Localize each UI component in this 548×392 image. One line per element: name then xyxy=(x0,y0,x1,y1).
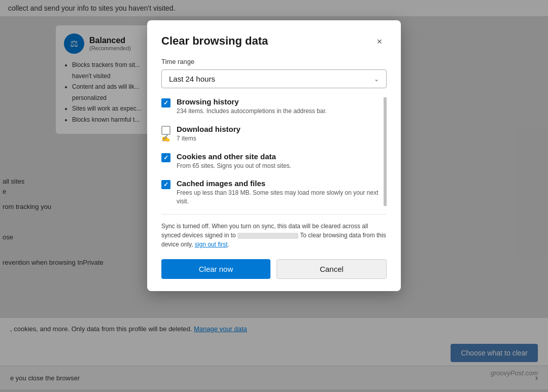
cached-images-title: Cached images and files xyxy=(177,179,382,188)
sign-out-first-link[interactable]: sign out first xyxy=(195,241,228,248)
download-history-title: Download history xyxy=(177,125,382,133)
checkmark-icon: ✓ xyxy=(163,181,168,188)
modal-actions: Clear now Cancel xyxy=(161,259,387,279)
time-range-value: Last 24 hours xyxy=(169,75,215,83)
time-range-dropdown[interactable]: Last 24 hours ⌄ xyxy=(161,69,387,88)
browsing-history-desc: 234 items. Includes autocompletions in t… xyxy=(177,107,382,116)
download-history-checkbox[interactable]: ✍ xyxy=(161,126,170,135)
checkmark-icon: ✓ xyxy=(163,154,168,161)
browsing-history-text: Browsing history 234 items. Includes aut… xyxy=(177,97,382,116)
modal-header: Clear browsing data × xyxy=(161,34,387,49)
hand-cursor-icon: ✍ xyxy=(161,134,170,143)
cookies-desc: From 65 sites. Signs you out of most sit… xyxy=(177,162,382,170)
modal-title: Clear browsing data xyxy=(161,34,268,48)
cached-images-text: Cached images and files Frees up less th… xyxy=(177,179,382,206)
cached-images-item: ✓ Cached images and files Frees up less … xyxy=(161,179,382,206)
cookies-checkbox[interactable]: ✓ xyxy=(161,153,170,162)
time-range-label: Time range xyxy=(161,58,387,65)
modal-close-button[interactable]: × xyxy=(372,34,387,49)
browsing-history-checkbox[interactable]: ✓ xyxy=(161,98,170,108)
clear-now-button[interactable]: Clear now xyxy=(161,259,270,279)
download-history-text: Download history 7 items xyxy=(177,125,382,143)
cancel-button[interactable]: Cancel xyxy=(277,259,387,279)
browsing-history-item: ✓ Browsing history 234 items. Includes a… xyxy=(161,97,382,116)
dropdown-chevron-icon: ⌄ xyxy=(374,76,379,83)
download-history-item: ✍ Download history 7 items xyxy=(161,125,382,143)
sync-notice: Sync is turned off. When you turn on syn… xyxy=(161,214,387,249)
download-history-desc: 7 items xyxy=(177,134,382,143)
cookies-item: ✓ Cookies and other site data From 65 si… xyxy=(161,152,382,170)
browsing-history-title: Browsing history xyxy=(177,97,382,106)
cookies-text: Cookies and other site data From 65 site… xyxy=(177,152,382,170)
cached-images-checkbox[interactable]: ✓ xyxy=(161,180,170,189)
sync-email-placeholder xyxy=(237,233,298,239)
checkboxes-area: ✓ Browsing history 234 items. Includes a… xyxy=(161,97,387,206)
checkmark-icon: ✓ xyxy=(163,99,168,106)
cached-images-desc: Frees up less than 318 MB. Some sites ma… xyxy=(177,189,382,206)
clear-browsing-data-modal: Clear browsing data × Time range Last 24… xyxy=(147,20,401,291)
cookies-title: Cookies and other site data xyxy=(177,152,382,161)
